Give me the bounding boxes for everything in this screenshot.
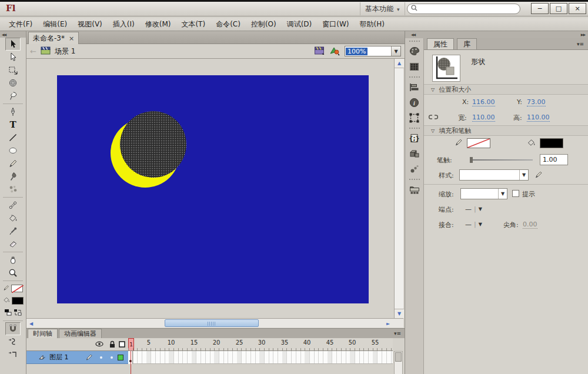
stroke-color-swatch[interactable] [467, 138, 490, 148]
fill-color-control[interactable] [3, 295, 24, 307]
zoom-tool[interactable] [5, 266, 21, 279]
minimize-button[interactable]: − [531, 3, 549, 14]
components-panel-icon[interactable] [407, 146, 422, 161]
edit-stroke-style-icon[interactable] [534, 171, 543, 181]
eraser-tool[interactable] [5, 238, 21, 251]
outline-all-layers-icon[interactable] [119, 341, 125, 349]
layer-name[interactable]: 图层 1 [49, 353, 69, 362]
dropdown-icon[interactable]: ▼ [498, 189, 507, 199]
code-snippets-panel-icon[interactable]: {;} [407, 131, 422, 145]
zoom-value[interactable]: 100% [346, 48, 368, 55]
straighten-option[interactable] [5, 348, 21, 361]
search-box[interactable] [407, 4, 520, 14]
x-value[interactable]: 116.00 [472, 98, 495, 106]
stroke-color-swatch[interactable] [11, 285, 23, 292]
vertical-scrollbar[interactable]: ▲ ▼ [394, 59, 403, 318]
scale-dropdown[interactable]: ▼ [460, 188, 507, 199]
horizontal-scrollbar[interactable]: ◀ ► [26, 318, 403, 328]
dropdown-icon[interactable]: ▼ [519, 170, 528, 180]
back-arrow-icon[interactable]: ← [30, 47, 36, 56]
oval-tool[interactable] [5, 144, 21, 157]
menu-help[interactable]: 帮助(H) [355, 18, 390, 31]
fill-color-swatch[interactable] [540, 138, 563, 148]
document-tab[interactable]: 未命名-3* × [28, 32, 79, 44]
miter-value[interactable]: 0.00 [523, 221, 537, 229]
collapse-strip-icon[interactable]: ◀◀ [411, 32, 415, 36]
cap-dropdown[interactable]: — | ▼ [465, 205, 482, 213]
info-panel-icon[interactable]: i [407, 95, 422, 109]
link-width-height-icon[interactable] [429, 113, 438, 123]
edit-scene-button[interactable] [314, 46, 325, 56]
stroke-value-input[interactable]: 1.00 [540, 154, 568, 165]
edit-symbols-button[interactable] [329, 46, 340, 57]
stage-canvas[interactable] [57, 75, 369, 303]
stroke-color-control[interactable] [3, 282, 23, 295]
menu-file[interactable]: 文件(F) [4, 18, 38, 31]
swap-colors-icon[interactable] [14, 309, 22, 318]
menu-edit[interactable]: 编辑(E) [38, 18, 72, 31]
search-input[interactable] [420, 5, 516, 13]
timeline-scrollbar[interactable] [394, 351, 403, 374]
tab-close-icon[interactable]: × [69, 35, 74, 42]
drag-handle[interactable] [409, 41, 420, 42]
maximize-button[interactable]: □ [550, 3, 567, 14]
color-panel-icon[interactable] [407, 44, 422, 58]
stroke-slider-track[interactable] [471, 159, 533, 161]
y-value[interactable]: 73.00 [527, 98, 546, 106]
tab-timeline[interactable]: 时间轴 [28, 329, 58, 338]
hscroll-thumb[interactable] [165, 319, 259, 327]
default-colors-icon[interactable] [4, 309, 12, 318]
subselection-tool[interactable] [5, 51, 21, 64]
section-position-size[interactable]: ▽ 位置和大小 [424, 84, 588, 95]
close-button[interactable]: × [569, 3, 586, 14]
menu-modify[interactable]: 修改(M) [140, 18, 176, 31]
motion-presets-panel-icon[interactable] [407, 162, 422, 176]
menu-window[interactable]: 窗口(W) [317, 18, 354, 31]
bone-tool[interactable] [5, 199, 21, 212]
lock-all-layers-icon[interactable] [109, 340, 116, 350]
menu-control[interactable]: 控制(O) [246, 18, 282, 31]
collapse-panel-icon[interactable]: ▶▶ [581, 32, 585, 36]
scroll-up-icon[interactable]: ▲ [395, 59, 404, 68]
drag-handle[interactable] [409, 128, 420, 129]
brush-tool[interactable] [5, 170, 21, 183]
tab-properties[interactable]: 属性 [427, 38, 454, 49]
menu-debug[interactable]: 调试(D) [282, 18, 318, 31]
layer-lock-dot[interactable] [111, 356, 113, 359]
zoom-control[interactable]: 100% ▼ [345, 46, 401, 56]
menu-insert[interactable]: 插入(I) [108, 18, 140, 31]
layer-row[interactable]: 图层 1 [26, 351, 128, 364]
hints-checkbox[interactable] [512, 190, 519, 197]
menu-commands[interactable]: 命令(C) [211, 18, 246, 31]
deco-tool[interactable] [5, 183, 21, 196]
transform-panel-icon[interactable] [407, 111, 422, 125]
scroll-down-icon[interactable]: ▼ [395, 309, 404, 318]
join-dropdown[interactable]: — | ▼ [465, 221, 482, 228]
show-hide-all-layers-icon[interactable] [95, 340, 103, 349]
pencil-tool[interactable] [5, 157, 21, 170]
menu-view[interactable]: 视图(V) [72, 18, 108, 31]
paint-bucket-tool[interactable] [5, 212, 21, 225]
height-value[interactable]: 110.00 [527, 113, 550, 122]
tab-motion-editor[interactable]: 动画编辑器 [59, 329, 102, 338]
layer-outline-color-swatch[interactable] [118, 355, 123, 360]
smooth-option[interactable] [5, 335, 21, 348]
tools-collapse-icon[interactable]: ◀◀ [0, 31, 26, 38]
selected-dark-circle[interactable] [120, 111, 186, 178]
free-transform-tool[interactable] [5, 64, 21, 76]
line-tool[interactable] [5, 131, 21, 144]
zoom-dropdown-icon[interactable]: ▼ [391, 46, 400, 56]
style-dropdown[interactable]: ▼ [459, 169, 529, 181]
tab-library[interactable]: 库 [457, 38, 477, 49]
eyedropper-tool[interactable] [5, 225, 21, 238]
text-tool[interactable]: T [5, 118, 21, 131]
scroll-right-icon[interactable]: ► [383, 319, 393, 328]
timeline-panel-menu-icon[interactable]: ▾≡ [394, 330, 401, 336]
selection-tool[interactable] [5, 38, 21, 51]
timeline-scroll-thumb[interactable] [395, 352, 402, 362]
layer-frames[interactable] [128, 351, 393, 364]
menu-text[interactable]: 文本(T) [176, 18, 211, 31]
align-panel-icon[interactable] [407, 80, 422, 94]
stroke-slider-thumb[interactable] [470, 157, 473, 163]
fill-color-swatch[interactable] [12, 297, 24, 305]
